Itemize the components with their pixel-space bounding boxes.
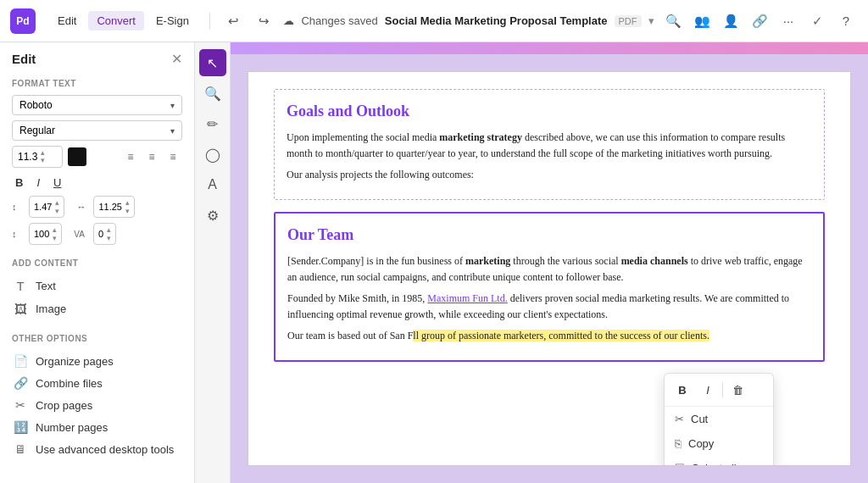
format-dropdown-icon[interactable]: ▾ [648,14,654,27]
font-size-input[interactable]: 11.3 ▴▾ [12,146,63,168]
line-spacing-input[interactable]: 1.47 ▴▾ [29,196,64,218]
organize-pages-label: Organize pages [36,355,114,368]
tab-esign[interactable]: E-Sign [147,11,198,31]
color-picker[interactable] [68,147,86,166]
our-team-section[interactable]: Our Team [Sender.Company] is in the fun … [274,212,825,362]
font-size-arrows: ▴▾ [41,149,45,164]
marketing-bold: marketing [465,255,510,267]
text-style-row: B I U [12,173,182,191]
context-menu: B I 🗑 ✂ Cut ⎘ Copy ☐ Select all [664,373,774,466]
company-link[interactable]: Maximum Fun Ltd. [427,292,507,304]
add-image-label: Image [36,303,66,315]
font-family-select[interactable]: Roboto ▾ [12,95,182,115]
advanced-tools-icon: 🖥 [12,442,29,456]
add-content-label: ADD CONTENT [0,252,194,271]
organize-pages-item[interactable]: 📄 Organize pages [12,350,182,372]
underline-button[interactable]: U [50,175,64,191]
add-text-item[interactable]: T Text [12,275,182,297]
sidebar-header: Edit ✕ [0,42,194,72]
cloud-icon: ☁ [283,14,294,27]
ctx-delete-button[interactable]: 🗑 [726,379,748,401]
font-style-select[interactable]: Regular ▾ [12,120,182,141]
zoom-tool[interactable]: 🔍 [199,80,226,107]
ctx-cut-item[interactable]: ✂ Cut [665,407,773,431]
goals-para1: Upon implementing the social media marke… [287,130,812,162]
tab-convert[interactable]: Convert [88,11,144,31]
crop-pages-item[interactable]: ✂ Crop pages [12,394,182,416]
font-style-row: Regular ▾ [12,120,182,141]
italic-button[interactable]: I [33,175,43,191]
number-pages-icon: 🔢 [12,420,29,434]
va-input[interactable]: 0 ▴▾ [93,223,116,245]
advanced-tools-item[interactable]: 🖥 Use advanced desktop tools [12,438,182,460]
topbar-tabs: Edit Convert E-Sign [49,11,198,31]
our-team-title: Our Team [287,224,811,247]
organize-pages-icon: 📄 [12,354,29,368]
ctx-select-all-item[interactable]: ☐ Select all [665,456,773,466]
goals-section[interactable]: Goals and Outlook Upon implementing the … [274,89,825,200]
ctx-copy-item[interactable]: ⎘ Copy [665,431,773,456]
add-content-section: T Text 🖼 Image [0,271,194,327]
stamp-tool[interactable]: ⚙ [199,202,226,229]
add-image-item[interactable]: 🖼 Image [12,297,182,320]
cut-icon: ✂ [675,413,684,425]
undo-button[interactable]: ↩ [222,9,246,33]
canvas-area: Goals and Outlook Upon implementing the … [231,42,868,483]
goals-bold1: marketing strategy [439,131,522,143]
va-label: VA [74,230,85,239]
topbar: Pd Edit Convert E-Sign ↩ ↪ ☁ Changes sav… [0,0,868,42]
ctx-italic-button[interactable]: I [697,379,719,401]
format-text-label: FORMAT TEXT [0,72,194,92]
text-tool[interactable]: A [199,171,226,198]
line-spacing-arrows: ▴▾ [55,198,59,215]
text-icon: T [12,279,29,293]
draw-tool[interactable]: ✏ [199,110,226,137]
font-family-row: Roboto ▾ [12,95,182,115]
top-banner-strip [231,42,868,54]
topbar-right: 🔍 👥 👤 🔗 ··· ✓ ? [661,9,858,33]
number-pages-item[interactable]: 🔢 Number pages [12,416,182,438]
font-size-row: 11.3 ▴▾ ≡ ≡ ≡ [12,146,182,168]
ctx-cut-label: Cut [691,413,708,425]
char-spacing-input[interactable]: 11.25 ▴▾ [93,196,135,218]
select-tool[interactable]: ↖ [199,49,226,76]
account-button[interactable]: 👤 [719,9,743,33]
align-center-button[interactable]: ≡ [142,147,161,166]
page-canvas[interactable]: Goals and Outlook Upon implementing the … [248,71,851,466]
divider [209,13,210,30]
align-left-button[interactable]: ≡ [121,147,140,166]
check-button[interactable]: ✓ [805,9,829,33]
tab-edit[interactable]: Edit [49,11,85,31]
char-spacing-icon: ↔ [76,202,88,212]
tool-column: ↖ 🔍 ✏ ◯ A ⚙ [195,42,231,483]
highlighted-text: ll group of passionate marketers, commit… [413,330,709,341]
link-button[interactable]: 🔗 [748,9,771,33]
our-team-para2: Founded by Mike Smith, in 1985, Maximum … [287,291,811,323]
line-spacing-icon: ↕ [12,202,24,212]
bold-button[interactable]: B [12,175,26,191]
sidebar-title: Edit [12,52,36,66]
sidebar-close-button[interactable]: ✕ [171,51,182,67]
scale-arrows: ▴▾ [53,225,57,242]
redo-button[interactable]: ↪ [253,9,276,33]
align-buttons: ≡ ≡ ≡ [121,147,182,166]
char-spacing-arrows: ▴▾ [125,198,130,215]
doc-title: Social Media Marketing Proposal Template [385,14,608,27]
search-button[interactable]: 🔍 [661,9,685,33]
more-button[interactable]: ··· [776,9,800,33]
combine-files-item[interactable]: 🔗 Combine files [12,372,182,394]
font-family-arrow: ▾ [170,101,175,110]
image-icon: 🖼 [12,302,29,316]
ctx-bold-button[interactable]: B [671,379,693,401]
copy-icon: ⎘ [675,437,682,450]
help-button[interactable]: ? [834,9,858,33]
other-options-label: OTHER OPTIONS [0,327,194,347]
va-arrows: ▴▾ [107,225,111,242]
save-status: Changes saved [301,14,377,27]
goals-para2: Our analysis projects the following outc… [287,167,812,183]
media-channels-bold: media channels [621,255,688,267]
scale-input[interactable]: 100 ▴▾ [29,223,62,245]
users-button[interactable]: 👥 [690,9,714,33]
shape-tool[interactable]: ◯ [199,141,226,168]
align-right-button[interactable]: ≡ [164,147,182,166]
